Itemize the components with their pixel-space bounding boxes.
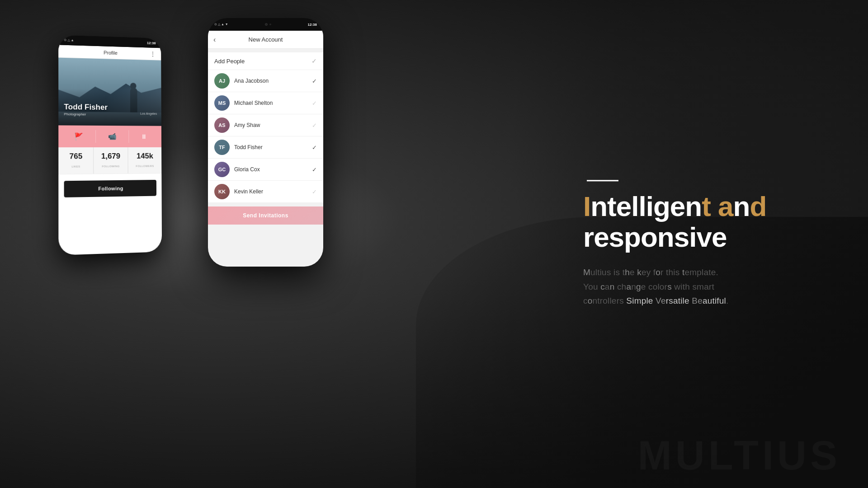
phone2-camera xyxy=(265,23,271,26)
phone1-more-icon: ⋮ xyxy=(150,50,156,57)
heading-n: n xyxy=(733,191,750,222)
video-icon[interactable]: 📹 xyxy=(108,132,116,141)
following-number: 1,679 xyxy=(95,152,126,161)
subtext-s1: s xyxy=(667,282,672,291)
person-name: Gloria Cox xyxy=(234,166,307,173)
people-list: AJAna Jacobson✓MSMichael Shelton✓ASAmy S… xyxy=(208,70,323,203)
phone2-status-icons: ⊙ △ ▲ ▼ xyxy=(214,23,228,26)
following-label-text: Following xyxy=(98,186,123,192)
person-check-icon: ✓ xyxy=(312,144,317,151)
person-avatar: KK xyxy=(214,184,230,199)
person-avatar: MS xyxy=(214,95,230,111)
person-check-icon: ✓ xyxy=(312,166,317,173)
subtext-rest11: ntrollers xyxy=(592,296,626,305)
person-avatar: GC xyxy=(214,162,230,177)
phone1-screen: Profile ⋮ Todd Fisher Photographer Los A… xyxy=(58,45,162,255)
person-row[interactable]: KKKevin Keller✓ xyxy=(208,181,323,203)
person-name: Kevin Keller xyxy=(234,188,307,195)
add-people-check-icon: ✓ xyxy=(311,57,317,65)
action-divider-2 xyxy=(128,130,129,143)
stat-following-col: 1,679 FOLLOWING xyxy=(94,147,128,174)
subtext-rest1: ultius is t xyxy=(590,268,625,277)
accent-line xyxy=(587,180,618,181)
heading-line1-rest: ntelligen xyxy=(590,191,702,222)
subtext-g1: g xyxy=(636,282,641,291)
subtext-rsatile: rsatile xyxy=(666,296,689,305)
following-button[interactable]: Following xyxy=(64,180,156,197)
subtext-m: M xyxy=(583,268,590,277)
subtext-o: o xyxy=(656,268,660,277)
person-avatar: TF xyxy=(214,140,230,155)
subtext-n2: n xyxy=(610,282,615,291)
person-row[interactable]: GCGloria Cox✓ xyxy=(208,159,323,181)
pause-icon[interactable]: ⏸ xyxy=(141,133,147,140)
phone1-status-icons: ⊙ △ ▲ xyxy=(64,38,74,42)
person-name: Michael Shelton xyxy=(234,100,307,106)
subtext-e1: h xyxy=(625,268,630,277)
subtext-ve: Ve xyxy=(656,296,666,305)
phone1-hero: Todd Fisher Photographer Los Angeles xyxy=(58,58,161,126)
subtext-period: . xyxy=(726,296,728,305)
phone2-top-bar: ⊙ △ ▲ ▼ 12:38 xyxy=(208,18,323,31)
send-button-label: Send Invitations xyxy=(243,212,288,219)
person-row[interactable]: TFTodd Fisher✓ xyxy=(208,136,323,159)
watermark: MULTIUS xyxy=(638,432,841,479)
person-name: Amy Shaw xyxy=(234,122,307,128)
subtext-e2: k xyxy=(637,268,642,277)
send-invitations-button[interactable]: Send Invitations xyxy=(208,206,323,225)
stat-likes: 765 LIKES xyxy=(58,147,94,174)
person-check-icon: ✓ xyxy=(312,122,317,129)
subtext-rest2: e xyxy=(630,268,637,277)
person-check-icon: ✓ xyxy=(312,188,317,195)
subtext-beau: Be xyxy=(692,296,703,305)
heading-space-a xyxy=(711,191,718,222)
heading-d: d xyxy=(750,191,766,222)
likes-label: LIKES xyxy=(71,165,80,168)
person-row[interactable]: AJAna Jacobson✓ xyxy=(208,70,323,92)
person-row[interactable]: ASAmy Shaw✓ xyxy=(208,114,323,136)
following-label: FOLLOWING xyxy=(102,165,119,168)
hero-person-head xyxy=(130,83,137,89)
back-arrow-icon[interactable]: ‹ xyxy=(213,36,216,44)
heading-line2: responsive xyxy=(583,221,726,253)
heading-t: t xyxy=(702,191,711,222)
likes-number: 765 xyxy=(60,152,91,161)
phone1-time: 12:38 xyxy=(147,41,156,45)
phone-1: ⊙ △ ▲ 12:38 Profile ⋮ Todd Fisher Photog… xyxy=(58,35,162,255)
subtext-o2: o xyxy=(588,296,593,305)
screen-title: New Account xyxy=(249,36,283,43)
person-check-icon: ✓ xyxy=(312,78,317,84)
add-people-section: Add People ✓ AJAna Jacobson✓MSMichael Sh… xyxy=(208,52,323,203)
right-content: Intelligent and responsive Multius is th… xyxy=(583,180,827,308)
heading-I: I xyxy=(583,191,590,222)
main-heading: Intelligent and responsive xyxy=(583,191,827,253)
subtext-a2: a xyxy=(626,282,631,291)
subtext-rest3: ey f xyxy=(642,268,656,277)
profile-name-overlay: Todd Fisher Photographer xyxy=(64,103,107,117)
person-name: Ana Jacobson xyxy=(234,78,307,84)
followers-label: FOLLOWERS xyxy=(136,164,154,167)
subtext-a1: c xyxy=(600,282,605,291)
person-check-icon: ✓ xyxy=(312,100,317,107)
person-avatar: AS xyxy=(214,117,230,133)
subtext-rest8: n xyxy=(631,282,636,291)
profile-title: Photographer xyxy=(64,112,107,117)
phone2-time: 12:38 xyxy=(308,23,317,27)
subtext: Multius is the key for this template. Yo… xyxy=(583,266,827,308)
subtext-rest9: e color xyxy=(641,282,667,291)
subtext-rest4: r this xyxy=(660,268,682,277)
person-avatar: AJ xyxy=(214,73,230,89)
profile-location: Los Angeles xyxy=(140,112,157,115)
person-row[interactable]: MSMichael Shelton✓ xyxy=(208,92,323,114)
subtext-rest6: a xyxy=(605,282,610,291)
phone2-screen: ‹ New Account Add People ✓ AJAna Jacobso… xyxy=(208,31,323,267)
heading-a: a xyxy=(718,191,733,222)
subtext-autiful: autiful xyxy=(703,296,726,305)
subtext-rest7: ch xyxy=(614,282,626,291)
add-people-header: Add People ✓ xyxy=(208,52,323,70)
new-account-bar: ‹ New Account xyxy=(208,31,323,49)
phone1-title: Profile xyxy=(104,50,118,56)
bookmark-icon[interactable]: 🚩 xyxy=(74,132,83,141)
phone-2: ⊙ △ ▲ ▼ 12:38 ‹ New Account Add People ✓… xyxy=(208,18,323,267)
person-name: Todd Fisher xyxy=(234,144,307,150)
